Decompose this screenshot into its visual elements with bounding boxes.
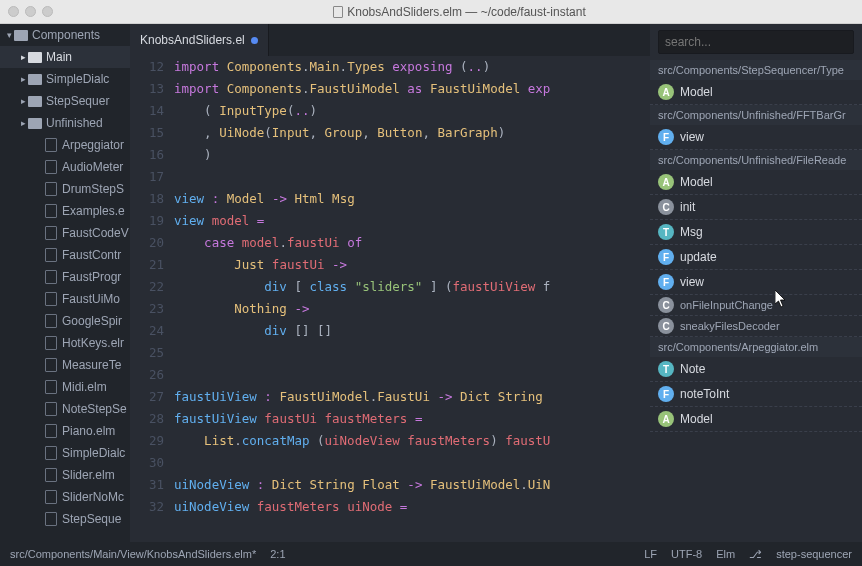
status-bar: src/Components/Main/View/KnobsAndSliders… [0, 542, 862, 566]
close-dot[interactable] [8, 6, 19, 17]
result-label: Msg [680, 225, 703, 239]
symbol-badge-icon: F [658, 249, 674, 265]
tree-row[interactable]: SliderNoMc [0, 486, 130, 508]
tab-active[interactable]: KnobsAndSliders.el [130, 24, 269, 56]
symbol-badge-icon: A [658, 84, 674, 100]
file-tree[interactable]: ▾Components▸Main▸SimpleDialc▸StepSequer▸… [0, 24, 130, 542]
result-label: view [680, 130, 704, 144]
status-cursor-pos[interactable]: 2:1 [270, 548, 285, 560]
window-controls[interactable] [8, 6, 53, 17]
result-item[interactable]: AModel [650, 80, 862, 105]
results-list[interactable]: src/Components/StepSequencer/TypeAModels… [650, 60, 862, 542]
tree-row[interactable]: FaustUiMo [0, 288, 130, 310]
tree-row[interactable]: ▾Components [0, 24, 130, 46]
tree-row[interactable]: DrumStepS [0, 178, 130, 200]
tree-row[interactable]: Midi.elm [0, 376, 130, 398]
tree-row[interactable]: Arpeggiator [0, 134, 130, 156]
tree-row[interactable]: ▸Main [0, 46, 130, 68]
tree-row[interactable]: HotKeys.elr [0, 332, 130, 354]
code-lines[interactable]: import Components.Main.Types exposing (.… [174, 56, 650, 542]
document-icon [333, 6, 343, 18]
tab-label: KnobsAndSliders.el [140, 33, 245, 47]
result-item[interactable]: Cinit [650, 195, 862, 220]
symbol-badge-icon: C [658, 199, 674, 215]
result-item[interactable]: AModel [650, 170, 862, 195]
result-label: sneakyFilesDecoder [680, 320, 780, 332]
status-path[interactable]: src/Components/Main/View/KnobsAndSliders… [10, 548, 256, 560]
status-encoding[interactable]: UTF-8 [671, 548, 702, 560]
result-item[interactable]: Fview [650, 125, 862, 150]
git-branch-icon: ⎇ [749, 548, 762, 561]
result-item[interactable]: TMsg [650, 220, 862, 245]
tree-row[interactable]: FaustProgr [0, 266, 130, 288]
tree-row[interactable]: ▸SimpleDialc [0, 68, 130, 90]
tree-row[interactable]: ▸StepSequer [0, 90, 130, 112]
result-label: Model [680, 175, 713, 189]
symbols-panel: src/Components/StepSequencer/TypeAModels… [650, 24, 862, 542]
result-item[interactable]: CsneakyFilesDecoder [650, 316, 862, 337]
tree-row[interactable]: FaustContr [0, 244, 130, 266]
result-item[interactable]: TNote [650, 357, 862, 382]
result-label: onFileInputChange [680, 299, 773, 311]
symbol-badge-icon: C [658, 297, 674, 313]
symbol-badge-icon: F [658, 274, 674, 290]
tree-row[interactable]: Slider.elm [0, 464, 130, 486]
code-area[interactable]: 1213141516171819202122232425262728293031… [130, 56, 650, 542]
line-gutter: 1213141516171819202122232425262728293031… [130, 56, 174, 542]
result-file-header[interactable]: src/Components/StepSequencer/Type [650, 60, 862, 80]
tab-bar[interactable]: KnobsAndSliders.el [130, 24, 650, 56]
tree-row[interactable]: ▸Unfinished [0, 112, 130, 134]
tree-row[interactable]: FaustCodeV [0, 222, 130, 244]
result-file-header[interactable]: src/Components/Arpeggiator.elm [650, 337, 862, 357]
result-label: view [680, 275, 704, 289]
result-item[interactable]: AModel [650, 407, 862, 432]
result-item[interactable]: FnoteToInt [650, 382, 862, 407]
status-branch[interactable]: step-sequencer [776, 548, 852, 560]
tree-row[interactable]: MeasureTe [0, 354, 130, 376]
tree-row[interactable]: NoteStepSe [0, 398, 130, 420]
result-file-header[interactable]: src/Components/Unfinished/FFTBarGr [650, 105, 862, 125]
result-label: Note [680, 362, 705, 376]
tree-row[interactable]: SimpleDialc [0, 442, 130, 464]
symbol-badge-icon: A [658, 174, 674, 190]
symbol-badge-icon: C [658, 318, 674, 334]
symbol-badge-icon: F [658, 386, 674, 402]
result-label: Model [680, 85, 713, 99]
window-title: KnobsAndSliders.elm — ~/code/faust-insta… [65, 5, 854, 19]
tree-row[interactable]: StepSeque [0, 508, 130, 530]
modified-dot-icon [251, 37, 258, 44]
result-label: init [680, 200, 695, 214]
result-item[interactable]: Fview [650, 270, 862, 295]
result-label: Model [680, 412, 713, 426]
status-eol[interactable]: LF [644, 548, 657, 560]
tree-row[interactable]: AudioMeter [0, 156, 130, 178]
max-dot[interactable] [42, 6, 53, 17]
titlebar: KnobsAndSliders.elm — ~/code/faust-insta… [0, 0, 862, 24]
status-language[interactable]: Elm [716, 548, 735, 560]
search-input[interactable] [658, 30, 854, 54]
result-item[interactable]: ConFileInputChange [650, 295, 862, 316]
result-label: noteToInt [680, 387, 729, 401]
tree-row[interactable]: Examples.e [0, 200, 130, 222]
search-box [650, 24, 862, 60]
editor-pane: KnobsAndSliders.el 121314151617181920212… [130, 24, 650, 542]
result-label: update [680, 250, 717, 264]
symbol-badge-icon: T [658, 224, 674, 240]
result-file-header[interactable]: src/Components/Unfinished/FileReade [650, 150, 862, 170]
tree-row[interactable]: GoogleSpir [0, 310, 130, 332]
symbol-badge-icon: A [658, 411, 674, 427]
symbol-badge-icon: T [658, 361, 674, 377]
tree-row[interactable]: Piano.elm [0, 420, 130, 442]
result-item[interactable]: Fupdate [650, 245, 862, 270]
title-text: KnobsAndSliders.elm — ~/code/faust-insta… [347, 5, 585, 19]
symbol-badge-icon: F [658, 129, 674, 145]
min-dot[interactable] [25, 6, 36, 17]
